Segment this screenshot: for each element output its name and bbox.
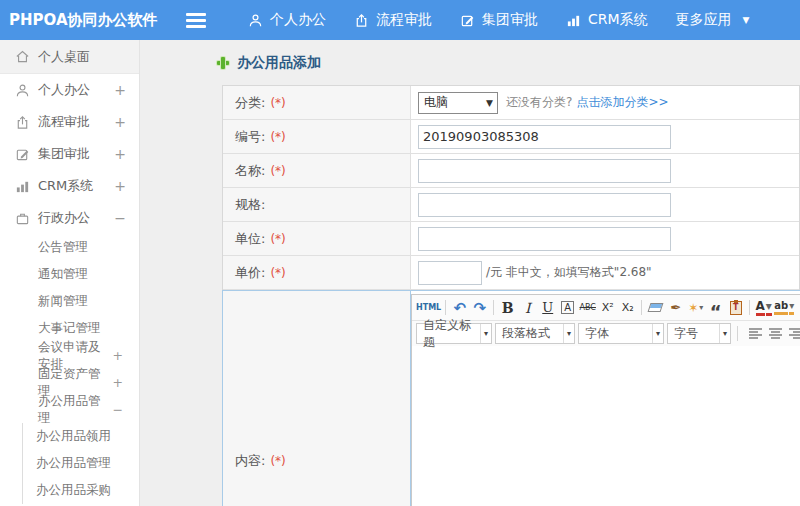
- chevron-down-icon: ▼: [743, 15, 750, 25]
- editor-toolbar: HTML ↶ ↷ B I U A ABC X²: [412, 295, 800, 346]
- expand-icon[interactable]: +: [113, 348, 123, 363]
- spec-label: 规格:: [223, 188, 411, 221]
- expand-icon[interactable]: +: [114, 114, 126, 130]
- price-format-hint: /元 非中文，如填写格式"2.68": [486, 264, 652, 281]
- sidebar-item-desktop[interactable]: 个人桌面: [0, 40, 139, 74]
- category-select[interactable]: 电脑 ▼: [418, 92, 498, 114]
- expand-icon[interactable]: +: [114, 82, 126, 98]
- collapse-icon[interactable]: −: [113, 402, 123, 417]
- html-source-button[interactable]: HTML: [416, 297, 441, 318]
- topnav-personal-office[interactable]: 个人办公: [234, 0, 340, 40]
- paste-clipboard-icon[interactable]: T: [726, 297, 745, 318]
- italic-button[interactable]: I: [518, 297, 537, 318]
- sidebar-item-supplies-manage[interactable]: 办公用品管理: [23, 450, 139, 477]
- form-row-unit: 单位: (*): [223, 222, 799, 256]
- eraser-icon[interactable]: [646, 297, 665, 318]
- required-mark: (*): [270, 232, 285, 246]
- sidebar-item-personal-office[interactable]: 个人办公 +: [0, 74, 139, 106]
- name-input[interactable]: [418, 159, 671, 183]
- bold-button[interactable]: B: [498, 297, 517, 318]
- font-color-button[interactable]: A▾: [754, 297, 773, 318]
- align-center-icon[interactable]: [768, 327, 783, 340]
- app-logo: PHPOA协同办公软件: [0, 11, 140, 30]
- underline-button[interactable]: U: [538, 297, 557, 318]
- select-caret-icon: ▾: [652, 324, 663, 343]
- sidebar-item-workflow-approval[interactable]: 流程审批 +: [0, 106, 139, 138]
- expand-icon[interactable]: +: [114, 146, 126, 162]
- font-size-select[interactable]: 字号▾: [667, 323, 731, 344]
- collapse-icon[interactable]: −: [114, 210, 126, 226]
- required-mark: (*): [270, 454, 285, 468]
- caret-small-icon: ▾: [766, 300, 772, 316]
- font-color-glyph: A: [756, 300, 765, 316]
- admin-office-submenu: 公告管理 通知管理 新闻管理 大事记管理 会议申请及安排+ 固定资产管理+ 办公…: [0, 234, 139, 423]
- sidebar-item-crm-system[interactable]: CRM系统 +: [0, 170, 139, 202]
- autoformat-wand-icon[interactable]: ✶▾: [686, 297, 705, 318]
- select-caret-icon: ▾: [563, 324, 574, 343]
- edit-icon: [15, 147, 30, 162]
- field-label: 单位:: [235, 230, 265, 248]
- editor-content-area[interactable]: [412, 346, 800, 506]
- blockquote-icon[interactable]: “: [706, 297, 725, 318]
- form-row-category: 分类: (*) 电脑 ▼ 还没有分类? 点击添加分类>>: [223, 86, 799, 120]
- topnav-label: 集团审批: [482, 11, 538, 29]
- bar-chart-icon: [566, 13, 581, 28]
- select-label: 自定义标题: [423, 317, 480, 351]
- sidebar-item-label: 公告管理: [38, 239, 88, 256]
- align-left-icon[interactable]: [748, 327, 763, 340]
- toolbar-separator: [493, 300, 494, 315]
- highlight-color-button[interactable]: ab▾: [774, 297, 794, 318]
- redo-icon[interactable]: ↷: [470, 297, 489, 318]
- sidebar-item-announcement-mgmt[interactable]: 公告管理: [0, 234, 139, 261]
- select-caret-icon: ▾: [719, 324, 730, 343]
- topnav-crm-system[interactable]: CRM系统: [552, 0, 662, 40]
- sidebar-item-notice-mgmt[interactable]: 通知管理: [0, 261, 139, 288]
- topnav-group-approval[interactable]: 集团审批: [446, 0, 552, 40]
- field-label: 名称:: [235, 162, 265, 180]
- paragraph-format-select[interactable]: 段落格式▾: [495, 323, 575, 344]
- expand-icon[interactable]: +: [113, 375, 123, 390]
- topnav-workflow-approval[interactable]: 流程审批: [340, 0, 446, 40]
- sidebar-item-label: 个人办公: [38, 81, 90, 99]
- eraser-shape: [648, 303, 664, 312]
- form-row-content: 内容: (*) HTML ↶ ↷ B: [222, 290, 800, 506]
- sidebar-item-label: 办公用品管理: [38, 393, 113, 427]
- add-category-link[interactable]: 点击添加分类>>: [576, 94, 668, 111]
- select-label: 字号: [674, 325, 698, 342]
- sidebar-item-news-mgmt[interactable]: 新闻管理: [0, 288, 139, 315]
- supply-add-form: 分类: (*) 电脑 ▼ 还没有分类? 点击添加分类>> 编号: (*): [222, 85, 800, 506]
- spec-input[interactable]: [418, 193, 671, 217]
- field-label: 分类:: [235, 94, 265, 112]
- toolbar-separator: [445, 300, 446, 315]
- price-input[interactable]: [418, 261, 482, 285]
- font-border-button[interactable]: A: [558, 297, 577, 318]
- expand-icon[interactable]: +: [114, 178, 126, 194]
- undo-icon[interactable]: ↶: [450, 297, 469, 318]
- menu-toggle-icon[interactable]: [186, 0, 216, 40]
- sidebar-item-admin-office[interactable]: 行政办公 −: [0, 202, 139, 234]
- sidebar: 个人桌面 个人办公 + 流程审批 + 集团审批 + CRM系统 + 行政办公 −: [0, 40, 140, 506]
- code-label: 编号: (*): [223, 120, 411, 153]
- sidebar-item-label: 个人桌面: [38, 48, 90, 66]
- rich-text-editor: HTML ↶ ↷ B I U A ABC X²: [411, 294, 800, 506]
- sidebar-item-supplies-claim[interactable]: 办公用品领用: [23, 423, 139, 450]
- subscript-button[interactable]: X₂: [618, 297, 637, 318]
- format-painter-icon[interactable]: ✒: [666, 297, 685, 318]
- code-input[interactable]: [418, 125, 671, 149]
- sidebar-item-group-approval[interactable]: 集团审批 +: [0, 138, 139, 170]
- superscript-button[interactable]: X²: [598, 297, 617, 318]
- add-plus-icon: [216, 56, 230, 70]
- custom-title-select[interactable]: 自定义标题▾: [416, 323, 492, 344]
- sidebar-item-supplies-purchase[interactable]: 办公用品采购: [23, 477, 139, 504]
- align-right-icon[interactable]: [788, 327, 800, 340]
- strikethrough-button[interactable]: ABC: [578, 297, 597, 318]
- topbar: PHPOA协同办公软件 个人办公 流程审批 集团审批 CRM系统 更多应用 ▼: [0, 0, 800, 40]
- required-mark: (*): [270, 96, 285, 110]
- select-label: 字体: [585, 325, 609, 342]
- name-label: 名称: (*): [223, 154, 411, 187]
- topnav-more-apps[interactable]: 更多应用 ▼: [662, 0, 764, 40]
- unit-input[interactable]: [418, 227, 671, 251]
- font-family-select[interactable]: 字体▾: [578, 323, 664, 344]
- sidebar-item-office-supplies-mgmt[interactable]: 办公用品管理−: [0, 396, 139, 423]
- required-mark: (*): [270, 266, 285, 280]
